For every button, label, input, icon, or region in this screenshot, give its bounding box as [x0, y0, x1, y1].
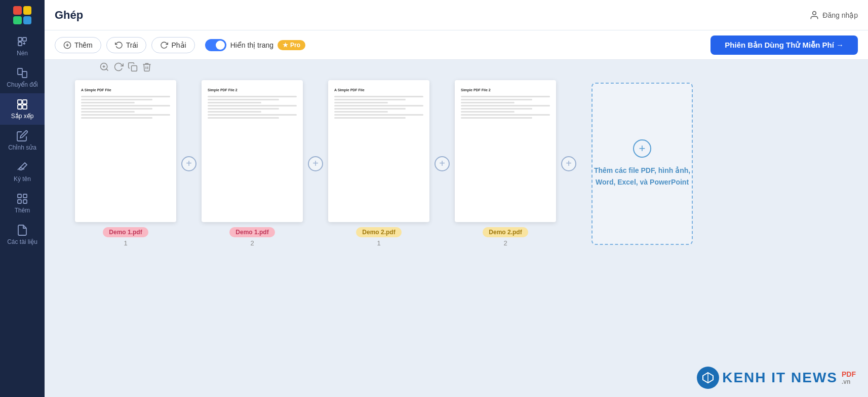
app-logo — [0, 0, 45, 30]
file-badge-4: Demo 2.pdf — [483, 227, 528, 237]
page-preview-3: A Simple PDF File — [328, 80, 429, 222]
watermark-vi: .vn — [842, 378, 850, 385]
page-num-4: 2 — [503, 239, 507, 247]
page-label-1: Demo 1.pdf 1 — [103, 227, 148, 247]
page-tools-1 — [99, 62, 152, 72]
svg-line-18 — [106, 69, 108, 71]
sidebar-item-label: Ký tên — [14, 175, 31, 183]
page-label-4: Demo 2.pdf 2 — [483, 227, 528, 247]
watermark-pdf: PDF — [842, 370, 856, 378]
insert-btn-2[interactable]: + — [303, 93, 328, 235]
page-card-2: Simple PDF File 2 Demo 1.pdf 2 — [202, 80, 303, 247]
svg-rect-2 — [18, 42, 22, 46]
grid-icon — [16, 98, 28, 111]
sidebar-item-label: Chuyển đổi — [7, 81, 37, 88]
page-content-2: Simple PDF File 2 — [202, 80, 303, 125]
sidebar-item-ky-ten[interactable]: Ký tên — [0, 156, 45, 188]
sidebar-item-label: Nén — [17, 50, 28, 57]
delete-page-icon[interactable] — [142, 62, 152, 72]
svg-rect-7 — [18, 105, 22, 109]
rotate-left-icon — [115, 41, 123, 49]
page-card-4: Simple PDF File 2 Demo 2.pdf 2 — [455, 80, 556, 247]
watermark-text: KENH IT NEWS — [722, 370, 838, 386]
convert-icon — [16, 67, 28, 79]
page-content-4: Simple PDF File 2 — [455, 80, 556, 125]
add-file-text: Thêm các file PDF, hình ảnh, Word, Excel… — [593, 165, 692, 188]
main-content: Ghép Đăng nhập Thêm Trái Phải Hiển thị t… — [45, 0, 868, 397]
trial-btn-label: Phiên Bản Dùng Thử Miễn Phí → — [725, 41, 844, 50]
insert-btn-1[interactable]: + — [176, 93, 202, 235]
login-link[interactable]: Đăng nhập — [822, 11, 858, 19]
hien-thi-trang-toggle[interactable] — [205, 39, 226, 51]
compress-icon — [16, 35, 28, 48]
page-title: Ghép — [55, 9, 98, 22]
toolbar: Thêm Trái Phải Hiển thị trang Pro Phiên … — [45, 30, 868, 60]
page-preview-1: A Simple PDF File — [75, 80, 176, 222]
svg-rect-5 — [18, 100, 22, 104]
sidebar-item-label: Sắp xếp — [11, 113, 34, 120]
insert-circle-1: + — [181, 156, 196, 171]
svg-rect-9 — [18, 194, 21, 198]
page-card-1: A Simple PDF File Demo 1.pdf 1 — [75, 80, 176, 247]
svg-point-13 — [813, 11, 816, 15]
svg-rect-3 — [18, 68, 22, 75]
page-preview-2: Simple PDF File 2 — [202, 80, 303, 222]
phai-button[interactable]: Phải — [151, 37, 194, 53]
sidebar-item-label: Các tài liệu — [7, 238, 37, 245]
svg-rect-11 — [18, 200, 21, 203]
insert-btn-4[interactable]: + — [556, 93, 581, 235]
logo-cell-blue — [23, 16, 32, 25]
toggle-label: Hiển thị trang — [230, 41, 273, 49]
copy-page-icon[interactable] — [128, 62, 138, 72]
page-preview-4: Simple PDF File 2 — [455, 80, 556, 222]
insert-circle-4: + — [561, 156, 576, 171]
sidebar-item-sap-xep[interactable]: Sắp xếp — [0, 93, 45, 125]
plus-circle-icon — [63, 41, 71, 49]
doc-title-3: A Simple PDF File — [334, 87, 423, 93]
file-badge-3: Demo 2.pdf — [356, 227, 401, 237]
trai-button[interactable]: Trái — [106, 37, 147, 53]
rotate-page-icon[interactable] — [113, 62, 124, 72]
sidebar: Nén Chuyển đổi Sắp xếp Chỉnh sửa Ký tên … — [0, 0, 45, 397]
topbar: Ghép Đăng nhập — [45, 0, 868, 30]
sign-icon — [16, 161, 28, 173]
page-num-2: 2 — [250, 239, 254, 247]
sidebar-item-label: Chỉnh sửa — [8, 144, 36, 151]
rotate-right-icon — [160, 41, 168, 49]
svg-rect-0 — [18, 38, 22, 41]
watermark-sub: PDF .vn — [842, 370, 856, 385]
watermark: KENH IT NEWS PDF .vn — [697, 367, 856, 389]
canvas-area: A Simple PDF File Demo 1.pdf 1 — [45, 60, 868, 397]
page-content-1: A Simple PDF File — [75, 80, 176, 125]
sidebar-item-nen[interactable]: Nén — [0, 30, 45, 62]
them-button[interactable]: Thêm — [55, 37, 101, 53]
trai-label: Trái — [126, 41, 138, 49]
page-label-2: Demo 1.pdf 2 — [229, 227, 274, 247]
page-card-3: A Simple PDF File Demo 2.pdf 1 — [328, 80, 429, 247]
add-grid-icon — [16, 193, 28, 205]
phai-label: Phải — [171, 41, 186, 49]
doc-title-2: Simple PDF File 2 — [208, 87, 297, 93]
user-icon — [809, 10, 819, 20]
svg-rect-4 — [22, 71, 27, 78]
sidebar-item-chuyen-doi[interactable]: Chuyển đổi — [0, 62, 45, 93]
them-label: Thêm — [74, 41, 93, 49]
file-badge-2: Demo 1.pdf — [229, 227, 274, 237]
sidebar-item-chinh-sua[interactable]: Chỉnh sửa — [0, 125, 45, 156]
svg-rect-10 — [23, 194, 27, 198]
doc-title-1: A Simple PDF File — [81, 87, 170, 93]
svg-rect-12 — [23, 200, 27, 203]
sidebar-item-cac-tai-lieu[interactable]: Các tài liệu — [0, 219, 45, 250]
pages-row: A Simple PDF File Demo 1.pdf 1 — [75, 80, 693, 247]
logo-grid — [13, 6, 31, 24]
add-file-card[interactable]: + Thêm các file PDF, hình ảnh, Word, Exc… — [591, 83, 693, 245]
page-num-3: 1 — [377, 239, 380, 247]
file-badge-1: Demo 1.pdf — [103, 227, 148, 237]
trial-button[interactable]: Phiên Bản Dùng Thử Miễn Phí → — [711, 35, 858, 55]
doc-title-4: Simple PDF File 2 — [461, 87, 550, 93]
zoom-icon[interactable] — [99, 62, 109, 72]
docs-icon — [16, 224, 28, 236]
sidebar-item-them[interactable]: Thêm — [0, 188, 45, 219]
insert-btn-3[interactable]: + — [429, 93, 455, 235]
svg-rect-8 — [23, 105, 27, 109]
